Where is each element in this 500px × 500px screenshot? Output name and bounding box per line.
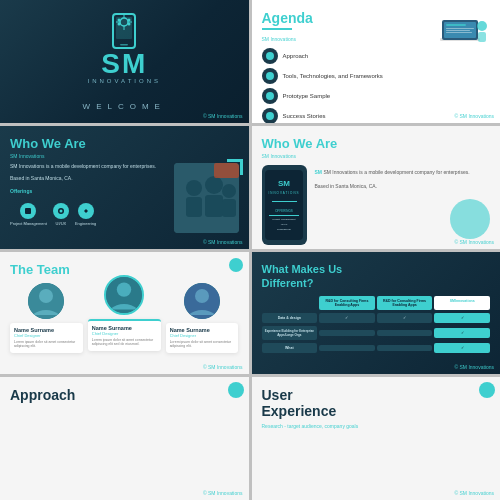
comparison-table: R&D for Consulting Firms Enabling Apps R…	[262, 296, 491, 364]
member-1-photo	[28, 283, 64, 319]
phone-screen: SM INNOVATIONS OFFERINGS Project Managem…	[265, 170, 303, 240]
phone-hr	[269, 215, 299, 216]
brand-innovations: INNOVATIONS	[88, 78, 161, 84]
member-3-desc: Lorem ipsum dolor sit amet consectetur a…	[170, 340, 235, 350]
agenda-dot-1	[262, 48, 278, 64]
cell-3-3: ✓	[434, 343, 490, 353]
slide-team: The Team Name Surname Chief Designer Lor…	[0, 252, 249, 375]
phone-divider	[272, 201, 297, 202]
phone-label: INNOVATIONS	[268, 191, 299, 195]
row-label-2: Experience Building for Enterprise Apps/…	[262, 326, 318, 340]
svg-point-19	[477, 21, 487, 31]
uiux-icon	[57, 207, 65, 215]
location: Based in Santa Monica, CA.	[10, 175, 168, 183]
member-2-photo	[104, 275, 144, 315]
eng-label: Engineering	[269, 228, 299, 231]
who-we-are-light-sub: SM Innovations	[262, 153, 491, 159]
team-members-list: Name Surname Chief Designer Lorem ipsum …	[10, 283, 239, 365]
phone-logo: SM	[278, 179, 290, 188]
col-header-1: R&D for Consulting Firms Enabling Apps	[319, 296, 375, 310]
eng-label: Engineering	[75, 221, 96, 226]
who-we-are-light-header: Who We Are SM Innovations	[262, 136, 491, 165]
user-exp-subtitle: Research - target audience, company goal…	[262, 423, 491, 429]
member-1-role: Chief Designer	[14, 333, 79, 338]
phone-offerings: OFFERINGS Project Management UI/UX Engin…	[265, 209, 303, 231]
corner-accent	[227, 159, 243, 175]
slide-different: What Makes Us Different? R&D for Consult…	[252, 252, 501, 375]
col-header-3: SMInnovations	[434, 296, 490, 310]
slide-welcome: SM INNOVATIONS WELCOME © SM Innovations	[0, 0, 249, 123]
member-1-avatar	[28, 283, 64, 319]
pm-label: Project Management	[269, 218, 299, 221]
agenda-illustration	[430, 8, 495, 63]
copyright: © SM Innovations	[454, 113, 494, 119]
logo-area: SM INNOVATIONS	[88, 12, 161, 94]
member-2-avatar	[106, 275, 142, 315]
right-area: SM SM Innovations is a mobile developmen…	[315, 165, 491, 189]
col-header-2: R&D for Consulting Firms Enabling Apps	[377, 296, 433, 310]
brand-sm: SM	[101, 50, 147, 78]
slide-user-experience: User Experience Research - target audien…	[252, 377, 501, 500]
svg-rect-23	[26, 211, 29, 212]
pm-icon-circle	[20, 203, 36, 219]
pm-label: Project Management	[10, 221, 47, 226]
table-data-row-2: Experience Building for Enterprise Apps/…	[262, 326, 491, 340]
phone-mockup: SM INNOVATIONS OFFERINGS Project Managem…	[262, 165, 307, 245]
slide-approach: Approach © SM Innovations	[0, 377, 249, 500]
text-area: SM Innovations is a mobile development c…	[10, 163, 168, 239]
team-member-3: Name Surname Chief Designer Lorem ipsum …	[166, 283, 239, 354]
approach-title: Approach	[10, 387, 239, 403]
teal-circle	[228, 382, 244, 398]
uiux-label: UI/UX	[269, 223, 299, 226]
team-member-2: Name Surname Chief Designer Lorem ipsum …	[88, 275, 161, 352]
who-we-are-dark-title: Who We Are	[10, 136, 239, 151]
teal-blob	[450, 199, 490, 239]
we-are-label: We Are	[42, 136, 86, 151]
cell-1-3: ✓	[434, 313, 490, 323]
who-label: Who	[10, 136, 42, 151]
member-2-card: Name Surname Chief Designer Lorem ipsum …	[88, 319, 161, 352]
cell-2-2	[377, 330, 433, 336]
phone-brain-icon	[105, 12, 143, 50]
svg-rect-16	[446, 28, 474, 29]
location: Based in Santa Monica, CA.	[315, 183, 491, 189]
svg-point-29	[205, 176, 223, 194]
who-we-are-dark-header: Who We Are SM Innovations	[10, 136, 239, 163]
member-3-photo	[184, 283, 220, 319]
row-label-1: Data & design	[262, 313, 318, 323]
we-are-label: We Are	[293, 136, 337, 151]
svg-point-37	[117, 282, 131, 296]
agenda-item-3: Prototype Sample	[262, 88, 491, 104]
offerings-icons: Project Management UI/UX Engineering	[10, 203, 168, 226]
different-title: What Makes Us Different?	[262, 262, 491, 291]
offering-engineering: Engineering	[75, 203, 96, 226]
svg-point-25	[59, 209, 62, 212]
eng-icon-circle	[78, 203, 94, 219]
copyright: © SM Innovations	[203, 113, 243, 119]
offering-project-management: Project Management	[10, 203, 47, 226]
member-1-card: Name Surname Chief Designer Lorem ipsum …	[10, 323, 83, 354]
row-label-3: What	[262, 343, 318, 353]
member-3-role: Chief Designer	[170, 333, 235, 338]
copyright: © SM Innovations	[203, 490, 243, 496]
welcome-label: WELCOME	[83, 102, 166, 111]
photo-area	[174, 163, 239, 233]
who-we-are-dark-sub: SM Innovations	[10, 153, 239, 159]
agenda-item-text-4: Success Stories	[283, 113, 326, 119]
agenda-dot-3	[262, 88, 278, 104]
uiux-label: UI/UX	[56, 221, 67, 226]
different-label: Different?	[262, 277, 314, 289]
svg-rect-28	[186, 197, 202, 217]
agenda-item-text-1: Approach	[283, 53, 309, 59]
svg-point-9	[118, 22, 121, 25]
who-label: Who	[262, 136, 294, 151]
svg-point-35	[39, 289, 53, 303]
cell-3-2	[377, 345, 433, 351]
slide-agenda: Agenda SM Innovations Approach	[252, 0, 501, 123]
slide-who-we-are-light: Who We Are SM Innovations SM INNOVATIONS…	[252, 126, 501, 249]
cell-1-1: ✓	[319, 313, 375, 323]
eng-icon	[82, 207, 90, 215]
svg-point-27	[186, 180, 202, 196]
svg-rect-20	[478, 32, 486, 42]
cell-2-3: ✓	[434, 328, 490, 338]
